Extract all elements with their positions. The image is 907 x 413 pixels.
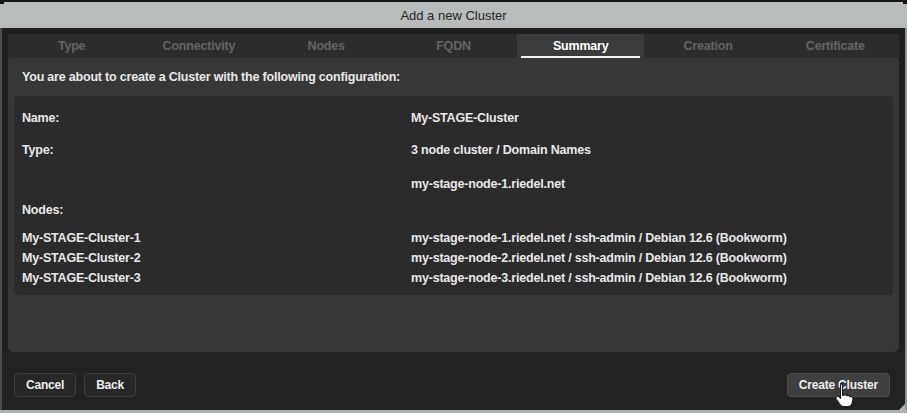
tab-nodes[interactable]: Nodes — [263, 34, 390, 58]
window-corner-notch-right — [903, 0, 907, 4]
summary-row-fqdn: my-stage-node-1.riedel.net — [22, 174, 885, 194]
summary-row-type: Type: 3 node cluster / Domain Names — [22, 140, 885, 160]
summary-row-name: Name: My-STAGE-Cluster — [22, 108, 885, 128]
tab-certificate[interactable]: Certificate — [772, 34, 899, 58]
config-summary-box: Name: My-STAGE-Cluster Type: 3 node clus… — [14, 96, 893, 295]
row-label: Nodes: — [22, 200, 411, 220]
window-frame-left — [0, 28, 2, 410]
back-button[interactable]: Back — [84, 373, 136, 397]
row-value: my-stage-node-2.riedel.net / ssh-admin /… — [411, 248, 885, 268]
window-corner-notch-left — [0, 0, 4, 4]
row-label — [22, 174, 411, 194]
row-value: my-stage-node-1.riedel.net / ssh-admin /… — [411, 228, 885, 248]
row-value — [411, 200, 885, 220]
summary-row-node-1: My-STAGE-Cluster-1 my-stage-node-1.riede… — [22, 228, 885, 248]
row-label: My-STAGE-Cluster-3 — [22, 268, 411, 288]
summary-panel: You are about to create a Cluster with t… — [8, 58, 899, 352]
row-label: My-STAGE-Cluster-2 — [22, 248, 411, 268]
dialog-titlebar: Add a new Cluster — [0, 0, 907, 28]
summary-row-node-2: My-STAGE-Cluster-2 my-stage-node-2.riede… — [22, 248, 885, 268]
add-cluster-dialog: Add a new Cluster Type Connectivity Node… — [0, 0, 907, 413]
row-value: my-stage-node-3.riedel.net / ssh-admin /… — [411, 268, 885, 288]
tab-creation[interactable]: Creation — [644, 34, 771, 58]
tab-summary[interactable]: Summary — [517, 34, 644, 58]
tab-connectivity[interactable]: Connectivity — [135, 34, 262, 58]
resize-grip[interactable] — [899, 404, 905, 410]
row-value: 3 node cluster / Domain Names — [411, 140, 885, 160]
tab-fqdn[interactable]: FQDN — [390, 34, 517, 58]
cancel-button[interactable]: Cancel — [14, 373, 76, 397]
row-value: My-STAGE-Cluster — [411, 108, 885, 128]
row-value: my-stage-node-1.riedel.net — [411, 174, 885, 194]
summary-row-node-3: My-STAGE-Cluster-3 my-stage-node-3.riede… — [22, 268, 885, 288]
create-cluster-button[interactable]: Create Cluster — [787, 373, 890, 397]
wizard-tabbar: Type Connectivity Nodes FQDN Summary Cre… — [8, 34, 899, 58]
tab-type[interactable]: Type — [8, 34, 135, 58]
summary-intro-text: You are about to create a Cluster with t… — [8, 58, 899, 87]
dialog-footer: Cancel Back Create Cluster — [0, 352, 907, 410]
row-label: Type: — [22, 140, 411, 160]
summary-row-nodes-header: Nodes: — [22, 200, 885, 220]
row-label: My-STAGE-Cluster-1 — [22, 228, 411, 248]
row-label: Name: — [22, 108, 411, 128]
dialog-title: Add a new Cluster — [400, 8, 506, 23]
